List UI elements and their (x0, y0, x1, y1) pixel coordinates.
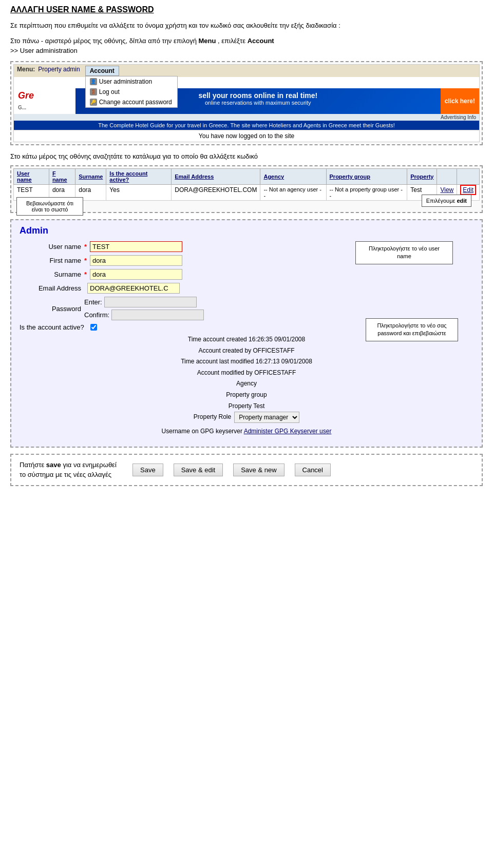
th-view (437, 169, 457, 185)
th-fname: F name (49, 169, 75, 185)
password-enter-row: Enter: (84, 297, 204, 307)
td-propgroup: -- Not a property group user -- (326, 185, 407, 201)
dropdown-user-admin[interactable]: 👤 User administration (86, 76, 177, 87)
logged-on-bar: You have now logged on to the site (14, 130, 479, 142)
callout-right-box: Επιλέγουμε edit (422, 195, 471, 207)
menu-label: Menu: (17, 66, 35, 73)
password-fields: Enter: Confirm: (84, 297, 204, 320)
property-label: Property (229, 402, 252, 410)
surname-label: Surname (20, 271, 81, 278)
agency-label: Agency (236, 380, 257, 387)
th-active-link[interactable]: Is the account active? (109, 170, 147, 183)
surname-input[interactable] (90, 269, 182, 280)
save-edit-button[interactable]: Save & edit (174, 464, 223, 476)
th-agency-link[interactable]: Agency (263, 173, 284, 180)
callout-right-prefix: Επιλέγουμε (426, 198, 457, 204)
td-agency: -- Not an agency user -- (260, 185, 326, 201)
th-propgroup: Property group (326, 169, 407, 185)
table-header-row: User name F name Surname Is the account … (14, 169, 480, 185)
th-fname-link[interactable]: F name (52, 170, 67, 183)
modified-by-row: Account modified by OFFICESTAFF (20, 368, 473, 379)
th-propgroup-link[interactable]: Property group (330, 173, 370, 180)
banner-area: Gre G... sell your rooms online in real … (14, 88, 479, 114)
table-row: TEST dora dora Yes DORA@GREEKHOTEL.COM -… (14, 185, 480, 201)
property-role-select[interactable]: Property manager (234, 412, 299, 423)
th-username: User name (14, 169, 49, 185)
section1-text: Στο πάνω - αριστερό μέρος της οθόνης, δί… (10, 37, 197, 45)
time-modified-label: Time account last modified (181, 358, 254, 365)
th-property-link[interactable]: Property (410, 173, 433, 180)
th-surname: Surname (75, 169, 106, 185)
created-by-value: OFFICESTAFF (253, 347, 294, 354)
th-property: Property (407, 169, 437, 185)
section1-bold: Menu (199, 37, 216, 45)
username-input[interactable] (90, 241, 182, 252)
gpg-label: Username on GPG keyserver (162, 428, 242, 435)
user-admin-icon: 👤 (90, 78, 97, 85)
form-row-surname: Surname * (20, 269, 473, 280)
password-confirm-input[interactable] (111, 310, 204, 320)
save-button[interactable]: Save (132, 464, 163, 476)
time-modified-row: Time account last modified 16:27:13 09/0… (20, 356, 473, 368)
email-input[interactable] (87, 283, 180, 294)
dropdown-change-password[interactable]: 🔑 Change account password (86, 97, 177, 107)
save-bar: Πατήστε save για να ενημερωθεί το σύστημ… (10, 454, 483, 486)
agency-row: Agency (20, 378, 473, 390)
required-star-firstname: * (84, 257, 87, 264)
complete-hotel-bar: The Complete Hotel Guide for your travel… (14, 121, 479, 130)
password-enter-label: Enter: (84, 298, 102, 306)
view-link[interactable]: View (440, 186, 453, 194)
time-modified-value: 16:27:13 09/01/2008 (256, 358, 312, 365)
password-confirm-label: Confirm: (84, 311, 109, 319)
form-container: Πληκτρολογήστε το νέο user name Πληκτρολ… (20, 241, 473, 331)
property-role-label: Property Role (194, 412, 231, 423)
time-created-value: 16:26:35 09/01/2008 (249, 336, 305, 343)
main-title: ΑΛΛΑΓΗ USER NAME & PASSWORD (10, 5, 483, 14)
form-row-password: Password Enter: Confirm: (20, 297, 473, 320)
th-username-link[interactable]: User name (17, 170, 32, 183)
active-label: Is the account active? (20, 323, 84, 331)
modified-by-value: OFFICESTAFF (254, 369, 296, 376)
property-admin-link[interactable]: Property admin (38, 66, 80, 73)
logout-icon: 🚪 (90, 88, 97, 95)
page-container: ΑΛΛΑΓΗ USER NAME & PASSWORD Σε περίπτωση… (0, 0, 493, 491)
required-star-username: * (84, 243, 87, 250)
save-instruction: Πατήστε save για να ενημερωθεί το σύστημ… (20, 460, 122, 480)
banner-click[interactable]: click here! (441, 88, 479, 114)
table-screenshot-box: Βεβαιωνόμαστε ότι είναι το σωστό Επιλέγο… (10, 165, 483, 213)
th-surname-link[interactable]: Surname (79, 173, 103, 180)
section-instruction: Στο πάνω - αριστερό μέρος της οθόνης, δί… (10, 36, 483, 56)
firstname-input[interactable] (90, 255, 182, 266)
th-active: Is the account active? (106, 169, 172, 185)
section1-bold2: Account (248, 37, 274, 45)
admin-title: Admin (20, 225, 473, 236)
callout-left-box: Βεβαιωνόμαστε ότι είναι το σωστό (16, 197, 83, 216)
password-label: Password (20, 305, 81, 313)
menu-screenshot: Menu: Property admin Account 👤 User admi… (13, 64, 480, 142)
active-checkbox[interactable] (90, 324, 97, 331)
intro-text: Σε περίπτωση που επιθυμείτε να αλλάξετε … (10, 21, 483, 31)
password-confirm-row: Confirm: (84, 310, 204, 320)
add-new-link[interactable]: Add new (13, 201, 480, 210)
edit-link[interactable]: Edit (460, 185, 476, 195)
email-label: Email Address (20, 284, 81, 292)
property-group-row: Property group (20, 390, 473, 401)
callout-right-bold: edit (457, 198, 467, 204)
th-edit (457, 169, 480, 185)
gpg-link[interactable]: Administer GPG Keyserver user (244, 428, 332, 435)
save-new-button[interactable]: Save & new (233, 464, 284, 476)
th-email-link[interactable]: Email Address (175, 173, 214, 180)
property-value: Test (253, 402, 264, 410)
password-enter-input[interactable] (104, 297, 197, 307)
cancel-button[interactable]: Cancel (295, 464, 331, 476)
account-dropdown[interactable]: Account (85, 66, 119, 76)
property-row: Property Test (20, 401, 473, 412)
th-email: Email Address (172, 169, 260, 185)
section1-text2: , επιλέξτε (218, 37, 245, 45)
admin-section: Admin Πληκτρολογήστε το νέο user name Πλ… (10, 219, 483, 448)
banner-logo: Gre G... (14, 88, 75, 114)
th-agency: Agency (260, 169, 326, 185)
created-by-row: Account created by OFFICESTAFF (20, 345, 473, 357)
dropdown-logout[interactable]: 🚪 Log out (86, 87, 177, 97)
tooltip-password: Πληκτρολογήστε το νέο σας password και ε… (366, 318, 458, 341)
